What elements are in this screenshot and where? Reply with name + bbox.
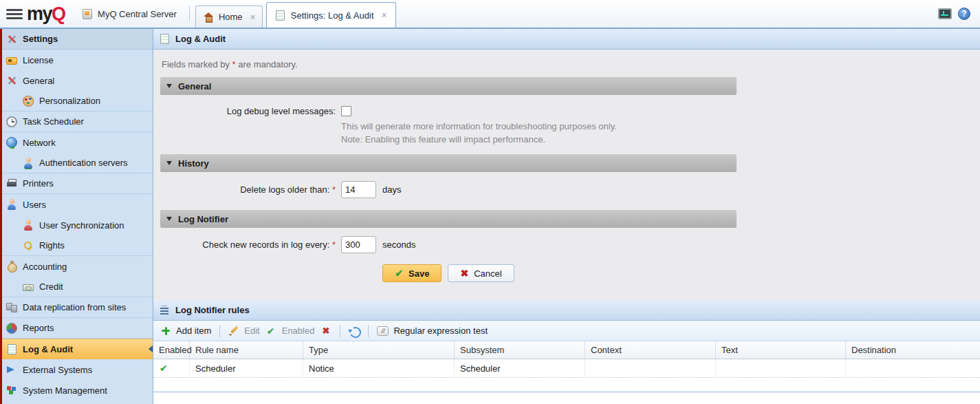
sidebar-item-accounting[interactable]: Accounting (2, 256, 153, 277)
cancel-button-label: Cancel (474, 268, 501, 279)
debug-messages-checkbox[interactable] (341, 106, 351, 116)
column-header-label: Enabled (159, 345, 192, 355)
user-icon (6, 199, 17, 210)
rules-list-icon (159, 305, 170, 316)
section-title: Log Notifier (178, 214, 228, 224)
rules-toolbar: Add itemEditEnabledRegular expression te… (153, 321, 980, 341)
main-panel: Log & Audit Fields marked by * are manda… (153, 29, 980, 404)
cell (846, 359, 980, 377)
sidebar-item-general[interactable]: General (2, 70, 153, 91)
sidebar-item-user-synchronization[interactable]: User Synchronization (2, 215, 153, 235)
sidebar-item-authentication-servers[interactable]: Authentication servers (2, 153, 153, 173)
help-line-1: This will generate more information for … (341, 120, 737, 133)
sidebar-item-personalization[interactable]: Personalization (2, 91, 153, 111)
toolbar-button-label: Edit (244, 326, 259, 336)
add-icon (160, 326, 171, 337)
sidebar-item-license[interactable]: License (2, 50, 153, 70)
enabled-button[interactable]: Enabled (266, 326, 315, 337)
check-records-row: Check new records in log every: * second… (160, 236, 737, 253)
sidebar-item-rights[interactable]: Rights (2, 235, 153, 256)
sidebar-items: LicenseGeneralPersonalizationTask Schedu… (2, 50, 153, 401)
column-header-text[interactable]: Text (716, 341, 846, 359)
tab-close-icon[interactable]: × (250, 12, 256, 22)
save-button-label: Save (409, 268, 429, 279)
column-header-rule-name[interactable]: Rule name (190, 341, 303, 359)
delete-icon (320, 326, 331, 337)
product-name: MyQ Central Server (75, 0, 184, 28)
column-header-context[interactable]: Context (585, 341, 716, 359)
section-header-general[interactable]: General (160, 77, 737, 95)
section-title: General (178, 81, 211, 92)
delete-logs-row: Delete logs older than: * days (160, 181, 737, 198)
tab-settings-log-audit[interactable]: Settings: Log & Audit× (266, 2, 396, 28)
cancel-button[interactable]: ✖ Cancel (448, 264, 514, 282)
cell-enabled (153, 359, 190, 377)
sidebar-item-label: General (23, 76, 54, 86)
replication-icon (6, 302, 17, 313)
tab-label: Settings: Log & Audit (291, 10, 374, 21)
table-row[interactable]: SchedulerNoticeScheduler (153, 359, 980, 378)
delete-logs-unit: days (382, 184, 401, 195)
toolbar-separator (340, 325, 340, 337)
column-header-type[interactable]: Type (303, 341, 455, 359)
regular-expression-test-button[interactable]: Regular expression test (377, 326, 488, 336)
column-header-subsystem[interactable]: Subsystem (455, 341, 585, 359)
sidebar-item-network[interactable]: Network (2, 132, 153, 153)
accounting-icon (6, 261, 17, 272)
tab-close-icon[interactable]: × (382, 10, 387, 20)
rules-table-header: EnabledRule nameTypeSubsystemContextText… (153, 341, 980, 359)
tab-home[interactable]: Home× (195, 6, 263, 28)
check-records-input[interactable] (341, 236, 376, 253)
toolbar-button-label: Add item (176, 326, 211, 336)
cell-text: Scheduler (195, 363, 236, 374)
sidebar-item-users[interactable]: Users (2, 194, 153, 215)
sidebar-item-external-systems[interactable]: External Systems (2, 359, 153, 380)
note-suffix: are mandatory. (236, 59, 298, 70)
sidebar-item-system-management[interactable]: System Management (2, 380, 153, 401)
check-records-label: Check new records in log every: * (160, 240, 336, 250)
help-icon[interactable] (958, 8, 970, 20)
log-notifier-rules-panel: Log Notifier rules Add itemEditEnabledRe… (153, 300, 980, 404)
sidebar-item-reports[interactable]: Reports (2, 318, 153, 339)
rules-title: Log Notifier rules (175, 305, 250, 315)
column-header-enabled[interactable]: Enabled (153, 341, 190, 359)
sidebar-item-printers[interactable]: Printers (2, 173, 153, 194)
body-row: Settings LicenseGeneralPersonalizationTa… (0, 29, 980, 404)
main-menu-button[interactable] (0, 0, 27, 28)
add-item-button[interactable]: Add item (160, 326, 211, 337)
sidebar-item-label: Authentication servers (39, 158, 128, 168)
sidebar-item-data-replication-from-sites[interactable]: Data replication from sites (2, 297, 153, 318)
sidebar-item-log-audit[interactable]: Log & Audit (2, 339, 153, 359)
tab-label: Home (219, 12, 243, 22)
delete-button[interactable] (320, 326, 331, 337)
check-icon: ✔ (395, 268, 403, 278)
sidebar-item-credit[interactable]: Credit (2, 277, 153, 297)
home-icon (203, 12, 214, 23)
key-icon (23, 240, 34, 251)
sidebar-item-label: Accounting (23, 262, 67, 272)
sidebar-item-task-scheduler[interactable]: Task Scheduler (2, 111, 153, 132)
sidebar-header-settings[interactable]: Settings (2, 29, 153, 50)
page-title: Log & Audit (175, 34, 226, 44)
section-title: History (178, 158, 209, 169)
logo-text-my: my (27, 5, 52, 23)
system-monitor-icon[interactable] (938, 8, 952, 19)
refresh-button[interactable] (349, 326, 360, 337)
x-icon: ✖ (460, 268, 468, 278)
clock-icon (6, 116, 17, 127)
sidebar-item-label: Personalization (39, 96, 100, 106)
section-header-history[interactable]: History (160, 154, 737, 172)
delete-logs-input[interactable] (341, 181, 376, 198)
app-logo: my Q (27, 0, 75, 28)
note-prefix: Fields marked by (162, 59, 232, 70)
save-button[interactable]: ✔ Save (382, 264, 442, 282)
user-sync-icon (23, 220, 34, 231)
edit-icon (228, 326, 239, 337)
section-header-log-notifier[interactable]: Log Notifier (160, 210, 737, 228)
toolbar-button-label: Enabled (282, 326, 315, 336)
edit-button[interactable]: Edit (228, 326, 259, 337)
header-actions (938, 0, 980, 28)
sidebar-item-label: Network (23, 138, 56, 148)
cell-text: Notice (309, 363, 334, 374)
column-header-destination[interactable]: Destination (846, 341, 980, 359)
